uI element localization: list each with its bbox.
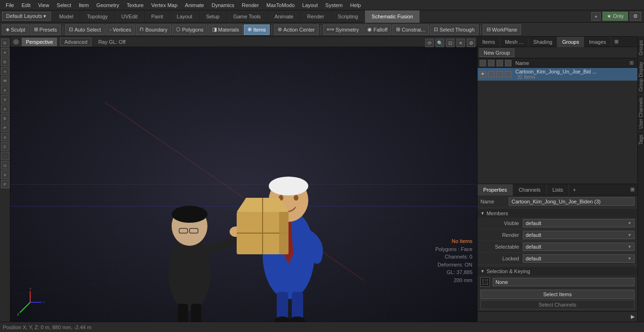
vert-tab-user-channels[interactable]: User Channels [637, 94, 644, 131]
menu-maxtomodo[interactable]: MaxToModo [263, 1, 298, 9]
layout-tab-layout[interactable]: Layout [170, 10, 199, 23]
left-btn-15[interactable]: V [1, 170, 9, 179]
menu-file[interactable]: File [2, 1, 18, 9]
properties-name-input[interactable] [509, 197, 635, 206]
left-btn-12[interactable]: C [1, 142, 9, 151]
render-select[interactable]: default ▼ [523, 231, 635, 239]
props-tab-add-btn[interactable]: + [569, 186, 579, 194]
group-lock-icon-0[interactable] [505, 71, 512, 78]
menu-layout[interactable]: Layout [298, 1, 322, 9]
props-tab-lists[interactable]: Lists [547, 184, 570, 195]
menu-geometry[interactable]: Geometry [92, 1, 123, 9]
menu-system[interactable]: System [322, 1, 347, 9]
group-render-icon-0[interactable] [488, 71, 495, 78]
materials-button[interactable]: ◨Materials [208, 24, 243, 35]
layout-tab-scripting[interactable]: Scripting [331, 10, 365, 23]
panel-tab-images[interactable]: Images [584, 37, 611, 47]
menu-vertex-map[interactable]: Vertex Map [148, 1, 182, 9]
left-btn-11[interactable]: o [1, 133, 9, 141]
menu-edit[interactable]: Edit [18, 1, 34, 9]
vert-tab-group-display[interactable]: Group Display [637, 58, 644, 94]
left-btn-10[interactable]: P [1, 123, 9, 132]
symmetry-button[interactable]: ⟺Symmetry [323, 24, 363, 35]
layout-plus-button[interactable]: + [591, 12, 601, 21]
select-through-button[interactable]: ⊡Select Through [430, 24, 478, 35]
layout-dropdown[interactable]: Default Layouts ▾ [2, 12, 51, 21]
visible-select[interactable]: default ▼ [523, 219, 635, 227]
layout-settings-icon[interactable]: ⚙ [630, 12, 641, 21]
constraints-button[interactable]: ⊞Constrai... [392, 24, 429, 35]
workplane-button[interactable]: ⊟WorkPlane [483, 24, 521, 35]
viewport-canvas[interactable]: Y X Z No Items Polygons : Face Channels:… [10, 47, 477, 322]
layout-tab-uvedit[interactable]: UVEdit [115, 10, 145, 23]
menu-select[interactable]: Select [53, 1, 75, 9]
viewport-icon-rotate[interactable]: ⟳ [425, 39, 434, 47]
vert-tab-groups[interactable]: Groups [637, 37, 644, 58]
viewport-icon-close[interactable]: ✕ [456, 39, 465, 47]
layout-tab-topology[interactable]: Topology [80, 10, 115, 23]
left-btn-1[interactable]: D [1, 39, 9, 47]
left-btn-7[interactable]: V [1, 95, 9, 104]
viewport-tab-advanced[interactable]: Advanced [60, 38, 91, 46]
layout-tab-setup[interactable]: Setup [199, 10, 227, 23]
left-btn-8[interactable]: e [1, 105, 9, 113]
left-btn-3[interactable]: D [1, 57, 9, 66]
left-btn-14[interactable]: U [1, 161, 9, 170]
layout-tab-game-tools[interactable]: Game Tools [227, 10, 268, 23]
expand-arrow-btn[interactable]: ▶ [628, 314, 637, 320]
panel-expand-btn[interactable]: ⊞ [611, 38, 621, 46]
viewport-expand-btn[interactable] [13, 39, 19, 45]
keying-dots-icon[interactable] [480, 277, 490, 287]
menu-animate[interactable]: Animate [181, 1, 207, 9]
props-tab-properties[interactable]: Properties [478, 184, 513, 195]
left-btn-13[interactable]: · [1, 152, 9, 160]
boundary-button[interactable]: ⊓Boundary [136, 24, 171, 35]
left-btn-2[interactable]: e [1, 48, 9, 57]
layout-tab-animate[interactable]: Animate [268, 10, 300, 23]
viewport-icon-zoom[interactable]: 🔍 [436, 39, 444, 47]
falloff-button[interactable]: ◉Falloff [363, 24, 391, 35]
panel-tab-mesh[interactable]: Mesh ... [500, 37, 528, 47]
panel-tab-groups[interactable]: Groups [557, 37, 584, 47]
menu-view[interactable]: View [34, 1, 53, 9]
sculpt-button[interactable]: ◈Sculpt [2, 24, 29, 35]
viewport-icon-settings[interactable]: ⚙ [467, 39, 475, 47]
menu-render[interactable]: Render [238, 1, 263, 9]
group-item-0[interactable]: 👁 Cartoon_Kim_Jong_Un_Joe_Bid ... 32 Ite… [478, 68, 637, 81]
left-btn-5[interactable]: M [1, 76, 9, 85]
layout-tab-render[interactable]: Render [300, 10, 331, 23]
group-eye-icon-0[interactable]: 👁 [479, 71, 486, 78]
menu-item[interactable]: Item [75, 1, 92, 9]
left-btn-9[interactable]: E [1, 114, 9, 122]
polygons-button[interactable]: ⬡Polygons [172, 24, 207, 35]
props-expand-btn[interactable]: ⊞ [627, 186, 637, 194]
viewport[interactable]: Perspective Advanced Ray GL: Off ⟳ 🔍 ⊡ ✕… [10, 37, 477, 322]
viewport-tab-perspective[interactable]: Perspective [22, 38, 57, 46]
locked-select[interactable]: default ▼ [523, 254, 635, 263]
viewport-icon-frame[interactable]: ⊡ [446, 39, 454, 47]
left-btn-4[interactable]: u [1, 67, 9, 75]
presets-button[interactable]: ⊞Presets [30, 24, 61, 35]
panel-tab-shading[interactable]: Shading [528, 37, 557, 47]
selection-keying-header[interactable]: ▼ Selection & Keying [478, 267, 637, 275]
items-button[interactable]: ⊕Items [244, 24, 270, 35]
panel-tab-items[interactable]: Items [478, 37, 500, 47]
group-sel-icon-0[interactable] [496, 71, 503, 78]
select-items-button[interactable]: Select Items [480, 290, 635, 299]
menu-dynamics[interactable]: Dynamics [208, 1, 238, 9]
layout-tab-schematic[interactable]: Schematic Fusion [365, 10, 420, 23]
left-btn-6[interactable]: e [1, 86, 9, 94]
action-center-button[interactable]: ⊛Action Center [274, 24, 319, 35]
star-only-button[interactable]: ★ Only [603, 12, 628, 21]
layout-tab-paint[interactable]: Paint [145, 10, 170, 23]
members-header[interactable]: ▼ Members [478, 209, 637, 218]
vertices-button[interactable]: ◦Vertices [106, 24, 135, 35]
menu-help[interactable]: Help [347, 1, 365, 9]
layout-tab-model[interactable]: Model [53, 10, 81, 23]
menu-texture[interactable]: Texture [123, 1, 148, 9]
vert-tab-tags[interactable]: Tags [637, 131, 644, 147]
new-group-button[interactable]: New Group [479, 49, 514, 57]
selectable-select[interactable]: default ▼ [523, 243, 635, 251]
groups-expand-icon[interactable]: ⊞ [627, 60, 636, 66]
auto-select-button[interactable]: ⊡Auto Select [65, 24, 105, 35]
